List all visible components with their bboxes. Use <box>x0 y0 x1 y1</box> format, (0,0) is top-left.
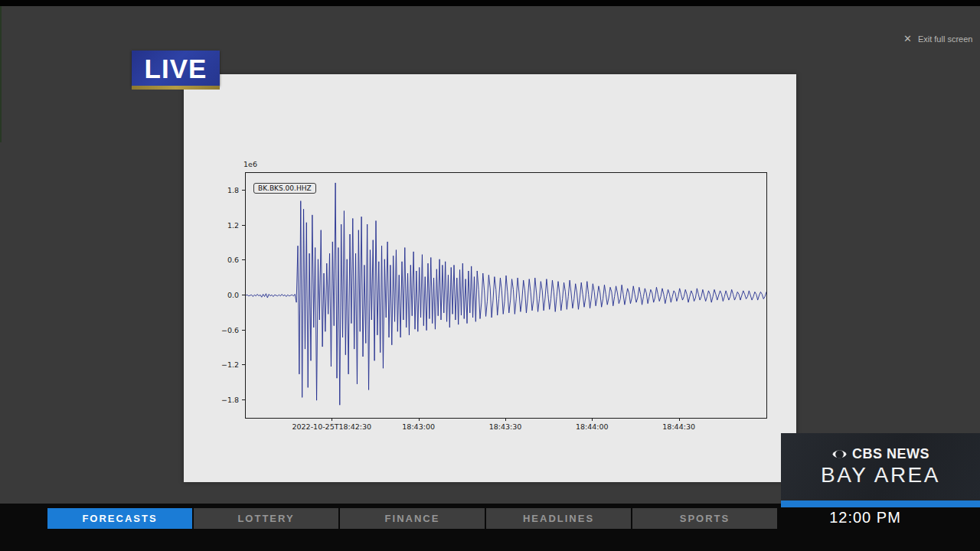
seismogram-axes: BK.BKS.00.HHZ <box>245 172 767 419</box>
x-tick-label: 18:44:30 <box>662 422 695 431</box>
waveform-path <box>246 183 766 405</box>
y-tick-label: 1.2 <box>208 220 239 229</box>
y-tick-mark <box>242 295 245 295</box>
ticker-tab-headlines[interactable]: HEADLINES <box>486 508 631 529</box>
tab-label: SPORTS <box>680 513 730 524</box>
video-edge-artifact <box>0 6 2 142</box>
live-badge: LIVE <box>132 51 220 96</box>
axis-offset-label: 1e6 <box>243 160 257 168</box>
station-label: BK.BKS.00.HHZ <box>258 184 312 192</box>
y-tick-mark <box>242 330 245 331</box>
live-label: LIVE <box>145 55 207 82</box>
x-tick-mark <box>419 418 420 421</box>
clock: 12:00 PM <box>781 509 949 527</box>
video-stage: ✕ Exit full screen LIVE 1e6 BK.BKS.00.HH… <box>0 6 980 504</box>
cbs-network-label: CBS NEWS <box>852 446 929 462</box>
tab-label: FINANCE <box>385 513 440 524</box>
letterbox-strip <box>0 0 980 6</box>
tab-label: LOTTERY <box>237 513 294 524</box>
station-label-box: BK.BKS.00.HHZ <box>253 183 316 194</box>
figure-panel: 1e6 BK.BKS.00.HHZ 1.81.20.60.0−0.6−1.2−1… <box>184 74 796 482</box>
ticker-tab-lottery[interactable]: LOTTERY <box>194 508 338 529</box>
x-tick-mark <box>592 418 593 421</box>
seismogram-waveform <box>246 173 766 418</box>
y-tick-label: 0.6 <box>208 256 239 264</box>
cbs-news-panel: CBS NEWS BAY AREA <box>781 433 980 500</box>
x-tick-label: 2022-10-25T18:42:30 <box>292 422 371 431</box>
cbs-region-wordmark: BAY AREA <box>821 463 940 487</box>
exit-fullscreen-label: Exit full screen <box>918 34 973 44</box>
x-tick-mark <box>679 418 680 421</box>
tab-label: HEADLINES <box>523 513 594 524</box>
ticker-tab-forecasts[interactable]: FORECASTS <box>47 508 192 529</box>
broadcast-screen: ✕ Exit full screen LIVE 1e6 BK.BKS.00.HH… <box>0 0 980 551</box>
x-tick-label: 18:43:00 <box>402 422 435 431</box>
x-tick-label: 18:43:30 <box>489 422 522 431</box>
y-tick-mark <box>242 399 245 400</box>
close-icon: ✕ <box>903 34 912 44</box>
cbs-eye-icon <box>831 446 848 462</box>
exit-fullscreen-button[interactable]: ✕ Exit full screen <box>903 34 972 44</box>
y-tick-label: 1.8 <box>208 185 239 194</box>
y-tick-mark <box>242 259 245 260</box>
x-tick-label: 18:44:00 <box>576 422 609 431</box>
x-tick-mark <box>505 418 506 421</box>
ticker-bar: FORECASTS LOTTERY FINANCE HEADLINES SPOR… <box>0 504 980 551</box>
tab-label: FORECASTS <box>82 513 157 524</box>
live-badge-underline <box>132 86 220 90</box>
y-tick-mark <box>242 225 245 226</box>
cbs-news-wordmark: CBS NEWS <box>831 446 929 462</box>
y-tick-label: −0.6 <box>208 325 239 334</box>
y-tick-label: 0.0 <box>208 291 239 299</box>
y-tick-mark <box>242 364 245 365</box>
ticker-tabs: FORECASTS LOTTERY FINANCE HEADLINES SPOR… <box>47 508 777 529</box>
y-tick-label: −1.8 <box>208 396 239 404</box>
x-tick-mark <box>332 418 332 421</box>
brand-accent-bar <box>781 500 980 507</box>
ticker-tab-finance[interactable]: FINANCE <box>340 508 485 529</box>
ticker-tab-sports[interactable]: SPORTS <box>632 508 777 529</box>
y-tick-mark <box>242 190 245 191</box>
y-tick-label: −1.2 <box>208 360 239 369</box>
